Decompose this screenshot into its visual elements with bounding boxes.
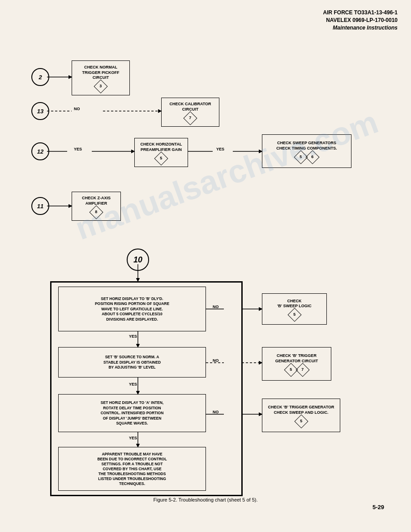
box-apparent-trouble: APPARENT TROUBLE MAY HAVEBEEN DUE TO INC… xyxy=(58,447,206,491)
diamond-5a: 5 xyxy=(160,156,162,161)
box-check-z-axis: CHECK Z-AXISAMPLIFIER 8 xyxy=(72,192,121,221)
diamond-56-container: 5 6 xyxy=(296,152,317,162)
label-yes-horiz2: YES xyxy=(129,334,137,339)
label-yes-12: YES xyxy=(74,147,82,151)
label-yes-horiz-inten: YES xyxy=(129,436,137,440)
box-check-b-trigger: CHECK 'B' TRIGGERGENERATOR CIRCUIT 5 7 xyxy=(262,347,331,381)
check-b-trigger-text: CHECK 'B' TRIGGERGENERATOR CIRCUIT xyxy=(275,353,318,364)
diamond-56b: 6 xyxy=(311,154,313,160)
box-set-b-source: SET 'B' SOURCE TO NORM. ASTABLE DISPLAY … xyxy=(58,347,206,378)
box-set-horiz-inten: SET HORIZ DISPLAY TO 'A' INTEN,ROTATE DE… xyxy=(58,394,206,432)
diamond-8: 8 xyxy=(95,210,97,215)
label-no-horiz-inten: NO xyxy=(213,410,219,414)
label-yes-horiz: YES xyxy=(216,147,224,151)
set-b-source-text: SET 'B' SOURCE TO NORM. ASTABLE DISPLAY … xyxy=(103,355,161,370)
diamond-5c: 5 xyxy=(300,419,302,424)
diamond-8-container: 8 xyxy=(91,207,101,217)
header: AIR FORCE TO33A1-13-496-1 NAVELEX 0969-L… xyxy=(13,9,398,31)
node-11: 11 xyxy=(31,197,49,215)
check-z-axis-text: CHECK Z-AXISAMPLIFIER xyxy=(82,196,111,206)
page: AIR FORCE TO33A1-13-496-1 NAVELEX 0969-L… xyxy=(0,0,411,532)
set-horiz-display-text: SET HORIZ DISPLAY TO 'B' DLY'D.POSITION … xyxy=(95,296,169,322)
header-line2: NAVELEX 0969-LP-170-0010 xyxy=(13,17,398,24)
label-no-horiz: NO xyxy=(213,305,219,309)
check-horizontal-text: CHECK HORIZONTALPREAMPLIFIER GAIN xyxy=(141,142,182,152)
label-yes-b-source: YES xyxy=(129,382,137,386)
diamond-57b: 7 xyxy=(301,367,304,373)
label-no-b-source: NO xyxy=(213,358,219,363)
diamond-5c-container: 5 xyxy=(296,416,306,426)
box-check-b-sweep: CHECK'B' SWEEP LOGIC 5 xyxy=(262,293,327,325)
diamond-7-container: 7 xyxy=(185,113,195,123)
diamond-57a: 5 xyxy=(290,367,292,373)
diamond-7: 7 xyxy=(189,116,191,121)
node-10: 10 xyxy=(127,249,149,271)
diamond-3: 3 xyxy=(99,84,102,89)
diamond-5b-container: 5 xyxy=(290,310,300,320)
label-no-13: NO xyxy=(74,107,80,111)
node-2: 2 xyxy=(31,68,49,86)
box-check-horizontal: CHECK HORIZONTALPREAMPLIFIER GAIN 5 xyxy=(134,138,188,167)
node-12: 12 xyxy=(31,142,49,160)
diamond-5a-container: 5 xyxy=(156,154,166,163)
diamond-56a: 5 xyxy=(300,154,302,160)
header-line1: AIR FORCE TO33A1-13-496-1 xyxy=(13,9,398,17)
box-check-calibrator: CHECK CALIBRATORCIRCUIT 7 xyxy=(161,98,219,127)
apparent-trouble-text: APPARENT TROUBLE MAY HAVEBEEN DUE TO INC… xyxy=(97,452,167,486)
box-check-b-trigger-gen: CHECK 'B' TRIGGER GENERATORCHECK SWEEP A… xyxy=(262,399,340,432)
check-normal-text: CHECK NORMALTRIGGER PICKOFFCIRCUIT xyxy=(82,65,120,81)
diamond-57-container: 5 7 xyxy=(286,365,308,375)
flowchart: 2 CHECK NORMALTRIGGER PICKOFFCIRCUIT 3 1… xyxy=(13,36,398,519)
box-set-horiz-display: SET HORIZ DISPLAY TO 'B' DLY'D.POSITION … xyxy=(58,287,206,331)
node-13: 13 xyxy=(31,102,49,120)
check-sweep-gen-text: CHECK SWEEP GENERATORSCHECK TIMING COMPO… xyxy=(276,141,337,151)
diamond-3-container: 3 xyxy=(96,82,106,91)
box-check-normal: CHECK NORMALTRIGGER PICKOFFCIRCUIT 3 xyxy=(72,60,130,95)
figure-caption: Figure 5-2. Troubleshooting chart (sheet… xyxy=(13,497,398,502)
diamond-5b: 5 xyxy=(293,312,295,317)
set-horiz-inten-text: SET HORIZ DISPLAY TO 'A' INTEN,ROTATE DE… xyxy=(101,400,164,426)
header-line3: Maintenance Instructions xyxy=(13,24,398,32)
box-check-sweep-gen: CHECK SWEEP GENERATORSCHECK TIMING COMPO… xyxy=(262,134,351,168)
page-number: 5-29 xyxy=(372,504,384,511)
check-calibrator-text: CHECK CALIBRATORCIRCUIT xyxy=(169,102,211,112)
